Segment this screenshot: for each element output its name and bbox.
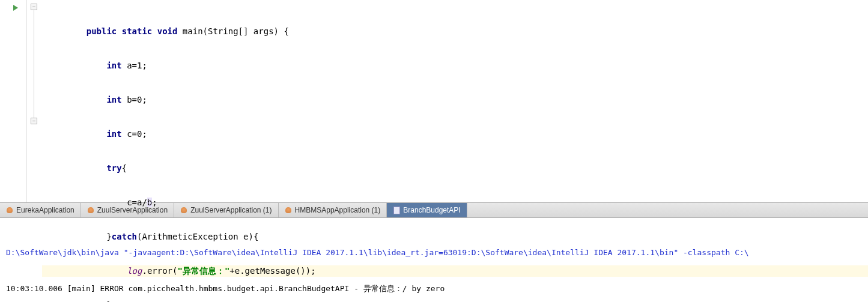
fold-guide <box>34 10 34 118</box>
java-icon <box>180 207 187 214</box>
fold-marker-open[interactable]: − <box>31 4 37 10</box>
java-icon <box>285 207 292 214</box>
editor-area: − − public static void main(String[] arg… <box>0 0 868 202</box>
code-line: } <box>66 300 868 302</box>
java-icon <box>6 207 13 214</box>
file-icon <box>393 207 400 214</box>
fold-marker-close[interactable]: − <box>31 118 37 124</box>
fold-column[interactable]: − − <box>27 0 42 202</box>
code-line-highlighted: log.error("异常信息："+e.getMessage()); <box>42 265 868 277</box>
code-line: try{ <box>66 163 868 174</box>
code-line: }catch(ArithmeticException e){ <box>66 231 868 243</box>
java-icon <box>87 207 94 214</box>
editor-gutter[interactable] <box>0 0 27 202</box>
code-line: int b=0; <box>66 94 868 106</box>
code-line: int c=0; <box>66 128 868 140</box>
code-editor[interactable]: public static void main(String[] args) {… <box>42 0 868 202</box>
code-line: int a=1; <box>66 60 868 71</box>
run-icon[interactable] <box>13 5 18 11</box>
code-line: public static void main(String[] args) { <box>66 26 868 37</box>
